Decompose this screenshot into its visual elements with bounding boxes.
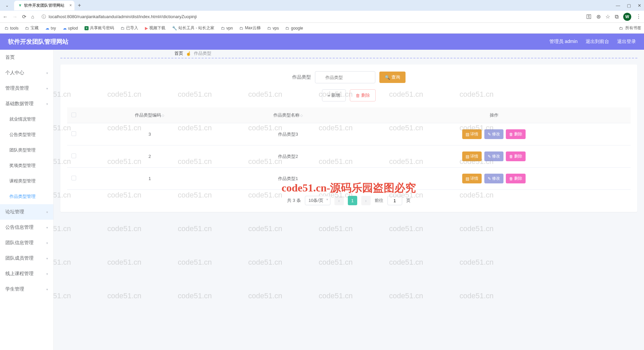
sidebar-item[interactable]: 课程类型管理 (0, 173, 53, 189)
extensions-icon[interactable]: ⧉ (615, 14, 619, 20)
bookmark-share-pwd[interactable]: X共享账号密码 (83, 24, 116, 32)
chevron-down-icon: ▾ (46, 71, 48, 75)
close-tab-icon[interactable]: × (69, 3, 72, 8)
close-window-icon[interactable]: ✕ (638, 3, 641, 8)
delete-button[interactable]: 🗑删除 (506, 129, 526, 139)
sidebar-item[interactable]: 团队信息管理▾ (0, 235, 53, 251)
plus-icon: + (328, 93, 330, 98)
bookmark-webmaster[interactable]: 🔧站长工具 - 站长之家 (170, 24, 216, 32)
bookmark-vps[interactable]: 🗀vps (265, 25, 281, 32)
pagination: 共 3 条 10条/页 ▾ ‹ 1 › 前往 页 (67, 196, 631, 205)
vue-icon: ▼ (18, 3, 22, 8)
sidebar-item[interactable]: 团队成员管理▾ (0, 251, 53, 266)
edit-button[interactable]: ✎修改 (484, 174, 503, 183)
select-all-checkbox[interactable] (71, 113, 76, 117)
bookmark-txy[interactable]: ☁txy (43, 25, 58, 32)
sidebar-item-label: 论坛管理 (5, 209, 24, 215)
new-tab-button[interactable]: + (74, 2, 84, 8)
profile-avatar[interactable]: W (623, 13, 631, 21)
bookmark-google[interactable]: 🗀google (283, 25, 305, 32)
folder-icon: 🗀 (619, 26, 623, 31)
col-code[interactable]: 作品类型编码◇ (80, 107, 219, 123)
chevron-down-icon: ▾ (46, 210, 48, 214)
trash-icon: 🗑 (509, 154, 513, 159)
search-icon: 🔍 (385, 75, 390, 80)
sidebar-item[interactable]: 基础数据管理▾ (0, 96, 53, 112)
sidebar-item[interactable]: 作品类型管理 (0, 189, 53, 204)
edit-icon: ✎ (488, 176, 491, 181)
doc-icon: ▤ (466, 154, 469, 159)
translate-icon[interactable]: ⊛ (596, 13, 601, 20)
search-input[interactable] (315, 71, 375, 83)
col-name[interactable]: 作品类型名称◇ (219, 107, 358, 123)
bookmark-tools[interactable]: 🗀tools (3, 25, 20, 32)
page-suffix: 页 (406, 198, 411, 204)
page-size-select[interactable]: 10条/页 ▾ (305, 196, 330, 205)
detail-button[interactable]: ▤详情 (462, 151, 482, 161)
trash-icon: 🗑 (509, 132, 513, 137)
cell-name: 作品类型2 (219, 145, 358, 168)
detail-button[interactable]: ▤详情 (462, 174, 482, 183)
bookmark-uplod[interactable]: ☁uplod (61, 25, 80, 32)
bookmark-imported[interactable]: 🗀已导入 (119, 24, 140, 32)
page-1-button[interactable]: 1 (348, 196, 357, 205)
sidebar-item[interactable]: 个人中心▾ (0, 65, 53, 81)
detail-button[interactable]: ▤详情 (462, 129, 482, 139)
sidebar-item-label: 线上课程管理 (5, 271, 34, 277)
tab-title: 软件开发团队管理网站 (24, 3, 64, 8)
delete-button[interactable]: 🗑删除 (506, 151, 526, 161)
browser-tab[interactable]: ▼ 软件开发团队管理网站 × (14, 1, 74, 10)
table-row: 2 作品类型2 ▤详情 ✎修改 🗑删除 (67, 145, 631, 168)
sidebar-item-label: 作品类型管理 (9, 193, 36, 200)
add-button[interactable]: + 新增 (322, 89, 346, 101)
search-label: 作品类型 (292, 74, 311, 80)
trash-icon: 🗑 (509, 176, 513, 181)
tab-dropdown-icon[interactable]: ⌄ (3, 3, 11, 8)
bookmark-treasure[interactable]: 🗀宝藏 (23, 24, 41, 32)
maximize-icon[interactable]: ▢ (627, 3, 631, 8)
edit-button[interactable]: ✎修改 (484, 151, 503, 161)
back-icon[interactable]: ← (3, 14, 8, 20)
content-area: code51.cncode51.cncode51.cncode51.cncode… (54, 50, 644, 350)
sidebar-item[interactable]: 公告类型管理 (0, 127, 53, 142)
logout-front-button[interactable]: 退出到前台 (586, 39, 609, 45)
sidebar-item[interactable]: 首页 (0, 50, 53, 65)
sidebar-item[interactable]: 论坛管理▾ (0, 204, 53, 220)
site-info-icon[interactable]: ⓘ (42, 14, 46, 20)
bookmark-vpn[interactable]: 🗀vpn (219, 25, 235, 32)
row-checkbox[interactable] (71, 154, 76, 158)
home-icon[interactable]: ⌂ (31, 14, 34, 20)
sidebar-item-label: 公告信息管理 (5, 224, 34, 230)
bulk-delete-button[interactable]: 🗑 删除 (350, 89, 376, 101)
query-button[interactable]: 🔍 查询 (379, 72, 406, 83)
sidebar-item[interactable]: 管理员管理▾ (0, 81, 53, 96)
forward-icon[interactable]: → (12, 14, 17, 20)
logout-button[interactable]: 退出登录 (617, 39, 636, 45)
password-icon[interactable]: ⚿ (586, 14, 592, 20)
bookmark-star-icon[interactable]: ☆ (605, 13, 610, 20)
next-page-button[interactable]: › (361, 196, 371, 205)
prev-page-button[interactable]: ‹ (334, 196, 344, 205)
sidebar-item[interactable]: 学生管理▾ (0, 281, 53, 297)
sidebar-item[interactable]: 公告信息管理▾ (0, 220, 53, 235)
reload-icon[interactable]: ⟳ (22, 14, 26, 20)
all-bookmarks[interactable]: 所有书签 (625, 25, 641, 31)
edit-button[interactable]: ✎修改 (484, 129, 503, 139)
menu-icon[interactable]: ⋮ (636, 13, 641, 20)
user-label[interactable]: 管理员 admin (549, 39, 578, 45)
bookmark-max[interactable]: 🗀Max云梯 (237, 24, 263, 32)
content-card: 作品类型 🔍 查询 + 新增 🗑 删除 (60, 64, 637, 212)
delete-button[interactable]: 🗑删除 (506, 174, 526, 183)
bookmark-video[interactable]: ▶视频下载 (143, 24, 167, 32)
url-input[interactable]: ⓘ localhost:8080/ruanjiankaifatuandui/ad… (38, 12, 582, 21)
sidebar-item-label: 课程类型管理 (9, 178, 36, 184)
sidebar-item[interactable]: 就业情况管理 (0, 112, 53, 127)
row-checkbox[interactable] (71, 176, 76, 180)
sidebar-item[interactable]: 团队类型管理 (0, 142, 53, 158)
minimize-icon[interactable]: — (616, 3, 620, 8)
row-checkbox[interactable] (71, 131, 76, 136)
sidebar-item[interactable]: 线上课程管理▾ (0, 266, 53, 281)
sidebar-item[interactable]: 奖项类型管理 (0, 158, 53, 173)
breadcrumb-home[interactable]: 首页 (174, 50, 183, 56)
goto-page-input[interactable] (387, 196, 402, 205)
